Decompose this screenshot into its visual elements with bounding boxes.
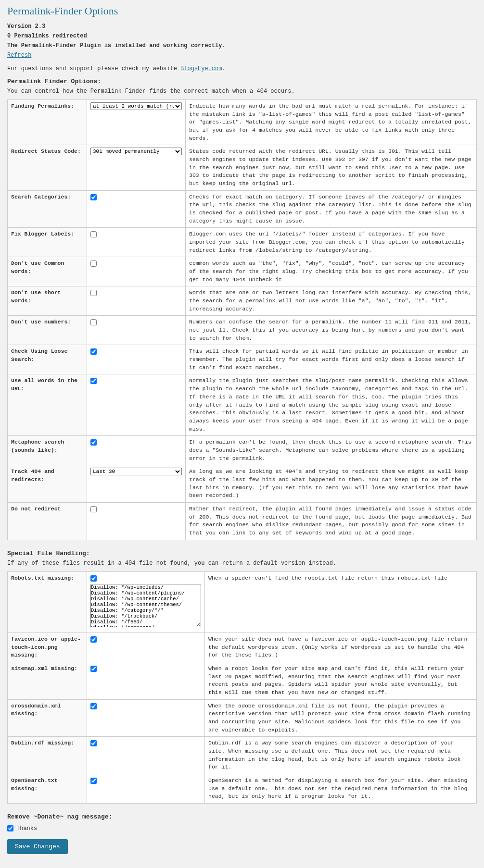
special-desc-1: When your site does not have a favicon.i…	[205, 632, 477, 662]
special-checkbox-0[interactable]	[90, 575, 97, 582]
special-label-3: crossdomain.xml missing:	[8, 699, 87, 737]
support-text-before: For questions and support please check m…	[7, 65, 180, 72]
special-checkbox-1[interactable]	[90, 636, 97, 643]
option-checkbox-4[interactable]	[90, 260, 97, 267]
special-file-table: Robots.txt missing:When a spider can't f…	[7, 571, 477, 804]
option-control-7[interactable]	[87, 345, 186, 374]
support-link[interactable]: BlogsEye.com	[180, 65, 222, 72]
option-desc-1: Status code returned with the redirect U…	[186, 145, 477, 190]
option-label-8: Use all words in the URL:	[8, 374, 87, 436]
refresh-link[interactable]: Refresh	[7, 52, 31, 59]
special-control-3[interactable]	[87, 699, 205, 737]
option-checkbox-5[interactable]	[90, 290, 97, 296]
option-label-11: Do not redirect	[8, 502, 87, 540]
special-control-0[interactable]	[87, 571, 205, 632]
option-checkbox-8[interactable]	[90, 378, 97, 384]
special-control-5[interactable]	[87, 774, 205, 804]
donate-section: Remove ~Donate~ nag message: Thanks Save…	[7, 813, 477, 854]
special-label-2: sitemap.xml missing:	[8, 662, 87, 699]
option-label-10: Track 404 and redirects:	[8, 465, 87, 503]
option-control-6[interactable]	[87, 316, 186, 345]
option-select-0[interactable]: at least 2 words match (recommended)1 wo…	[90, 102, 182, 110]
special-desc-5: OpenSearch is a method for displaying a …	[205, 774, 477, 804]
special-checkbox-3[interactable]	[90, 703, 97, 709]
option-label-3: Fix Blogger Labels:	[8, 228, 87, 257]
option-control-8[interactable]	[87, 374, 186, 436]
options-table: Finding Permalinks:at least 2 words matc…	[7, 99, 477, 540]
option-select-1[interactable]: 301 moved permanently302 moved temporari…	[90, 148, 182, 155]
option-control-0[interactable]: at least 2 words match (recommended)1 wo…	[87, 100, 186, 145]
option-control-1[interactable]: 301 moved permanently302 moved temporari…	[87, 145, 186, 190]
robots-textarea[interactable]	[90, 584, 201, 627]
option-label-5: Don't use short words:	[8, 286, 87, 316]
thanks-checkbox[interactable]	[7, 825, 13, 831]
special-control-2[interactable]	[87, 662, 205, 699]
option-control-2[interactable]	[87, 190, 186, 228]
special-label-1: favicon.ico or apple-touch-icon.png miss…	[8, 632, 87, 662]
special-desc-0: When a spider can't find the robots.txt …	[205, 571, 477, 632]
option-label-4: Don't use Common words:	[8, 257, 87, 286]
option-desc-9: If a permalink can't be found, then chec…	[186, 436, 477, 465]
option-label-7: Check Using Loose Search:	[8, 345, 87, 374]
special-checkbox-2[interactable]	[90, 666, 97, 672]
support-text-after: .	[222, 65, 225, 72]
status-text: The Permalink-Finder Plugin is installed…	[7, 42, 477, 49]
special-file-heading: Special File Handling:	[7, 550, 477, 557]
option-control-10[interactable]: Last 30Last 10Last 20Last 500	[87, 465, 186, 503]
special-label-0: Robots.txt missing:	[8, 571, 87, 632]
option-label-2: Search Categories:	[8, 190, 87, 228]
special-control-1[interactable]	[87, 632, 205, 662]
version-text: Version 2.3	[7, 23, 477, 30]
option-desc-10: As long as we are looking at 404's and t…	[186, 465, 477, 503]
option-desc-2: Checks for exact match on category. If s…	[186, 190, 477, 228]
option-label-9: Metaphone search (sounds like):	[8, 436, 87, 465]
donate-heading: Remove ~Donate~ nag message:	[7, 813, 477, 820]
permalink-options-heading: Permalink Finder Options:	[7, 78, 477, 85]
option-desc-5: Words that are one or two letters long c…	[186, 286, 477, 316]
option-desc-8: Normally the plugin just searches the sl…	[186, 374, 477, 436]
option-desc-6: Numbers can confuse the search for a per…	[186, 316, 477, 345]
option-desc-3: Blogger.com uses the url "/labels/" fold…	[186, 228, 477, 257]
option-label-0: Finding Permalinks:	[8, 100, 87, 145]
option-desc-7: This will check for partial words so it …	[186, 345, 477, 374]
special-desc-4: Dublin.rdf is a way some search engines …	[205, 737, 477, 774]
special-checkbox-4[interactable]	[90, 740, 97, 746]
special-control-4[interactable]	[87, 737, 205, 774]
option-label-1: Redirect Status Code:	[8, 145, 87, 190]
option-control-3[interactable]	[87, 228, 186, 257]
special-desc-3: When the adobe crossdomain.xml file is n…	[205, 699, 477, 737]
redirects-text: 0 Permalinks redirected	[7, 33, 477, 39]
special-label-5: OpenSearch.txt missing:	[8, 774, 87, 804]
option-desc-0: Indicate how many words in the bad url m…	[186, 100, 477, 145]
thanks-row: Thanks	[7, 824, 477, 832]
special-desc-2: When a robot looks for your site map and…	[205, 662, 477, 699]
option-select-10[interactable]: Last 30Last 10Last 20Last 500	[90, 468, 182, 475]
option-control-9[interactable]	[87, 436, 186, 465]
option-control-5[interactable]	[87, 286, 186, 316]
permalink-options-desc: You can control how the Permalink Finder…	[7, 88, 477, 95]
save-changes-button[interactable]: Save Changes	[7, 839, 68, 854]
option-desc-11: Rather than redirect, the plugin will fo…	[186, 502, 477, 540]
option-control-4[interactable]	[87, 257, 186, 286]
option-label-6: Don't use numbers:	[8, 316, 87, 345]
special-file-desc: If any of these files result in a 404 fi…	[7, 560, 477, 567]
support-line: For questions and support please check m…	[7, 65, 477, 72]
option-checkbox-6[interactable]	[90, 319, 97, 325]
special-checkbox-5[interactable]	[90, 778, 97, 784]
option-checkbox-2[interactable]	[90, 194, 97, 200]
thanks-label[interactable]: Thanks	[16, 825, 37, 832]
page-title: Permalink-Finder Options	[7, 5, 477, 17]
option-desc-4: common words such as "the", "fix", "why"…	[186, 257, 477, 286]
option-checkbox-11[interactable]	[90, 506, 97, 512]
option-checkbox-9[interactable]	[90, 439, 97, 446]
option-control-11[interactable]	[87, 502, 186, 540]
option-checkbox-7[interactable]	[90, 348, 97, 355]
special-label-4: Dublin.rdf missing:	[8, 737, 87, 774]
option-checkbox-3[interactable]	[90, 231, 97, 237]
